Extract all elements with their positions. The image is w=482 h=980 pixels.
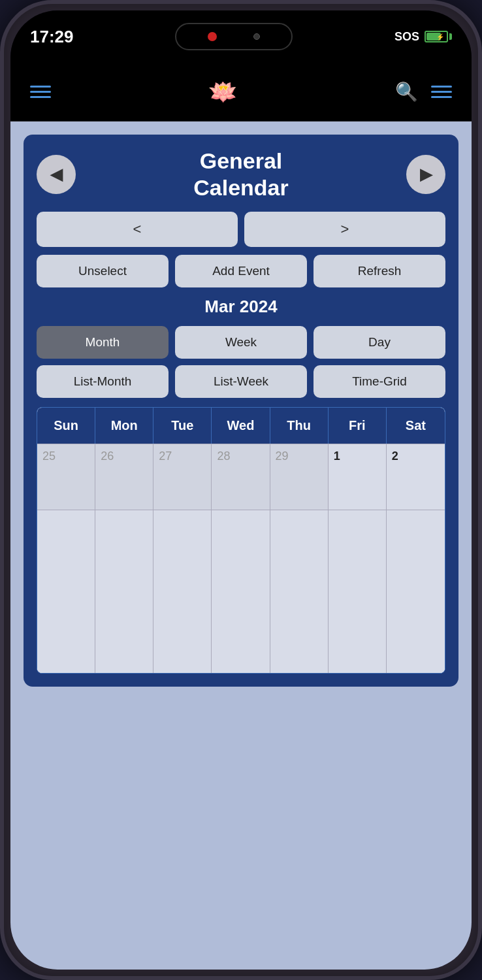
status-time: 17:29 (30, 27, 74, 47)
day-cell-w2-wed[interactable] (212, 510, 270, 673)
day-number-27: 27 (159, 449, 172, 463)
next-nav-button[interactable]: > (244, 212, 445, 247)
refresh-button[interactable]: Refresh (313, 255, 445, 287)
view-row-2: List-Month List-Week Time-Grid (37, 365, 445, 398)
lightning-icon: ⚡ (436, 33, 444, 41)
day-cell-29[interactable]: 29 (270, 444, 329, 510)
hamburger-line-2 (30, 91, 51, 93)
view-row-1: Month Week Day (37, 326, 445, 359)
action-row: Unselect Add Event Refresh (37, 255, 445, 287)
sos-label: SOS (394, 30, 419, 44)
day-number-29: 29 (276, 449, 289, 463)
status-bar: 17:29 SOS ⚡ (10, 10, 472, 63)
day-number-2: 2 (392, 449, 398, 463)
unselect-button[interactable]: Unselect (37, 255, 169, 287)
day-cell-w2-fri[interactable] (329, 510, 387, 673)
menu-line-1 (431, 86, 452, 88)
nav-right: 🔍 (395, 81, 452, 103)
hamburger-line-1 (30, 86, 51, 88)
day-cell-w2-sat[interactable] (387, 510, 445, 673)
next-arrow-button[interactable]: ▶ (406, 155, 445, 194)
day-headers-row: Sun Mon Tue Wed Thu Fri Sat (37, 408, 445, 444)
view-time-grid-button[interactable]: Time-Grid (313, 365, 445, 398)
battery-icon: ⚡ (425, 31, 452, 42)
day-cell-w2-thu[interactable] (270, 510, 329, 673)
view-list-month-button[interactable]: List-Month (37, 365, 169, 398)
view-day-button[interactable]: Day (313, 326, 445, 359)
day-cell-25[interactable]: 25 (37, 444, 95, 510)
day-cell-28[interactable]: 28 (212, 444, 270, 510)
record-dot (208, 32, 217, 41)
day-header-sun: Sun (37, 408, 95, 444)
lotus-icon: 🪷 (208, 78, 238, 106)
camera-dot (253, 33, 260, 40)
day-cell-w2-mon[interactable] (95, 510, 153, 673)
calendar-title-line1: General (200, 148, 283, 173)
day-number-1: 1 (334, 449, 340, 463)
add-event-button[interactable]: Add Event (175, 255, 307, 287)
day-cell-26[interactable]: 26 (95, 444, 153, 510)
day-cell-w2-sun[interactable] (37, 510, 95, 673)
day-cell-2[interactable]: 2 (387, 444, 445, 510)
main-content: ◀ General Calendar ▶ < > Unselect Add Ev… (10, 122, 472, 970)
prev-nav-button[interactable]: < (37, 212, 238, 247)
phone-inner: 17:29 SOS ⚡ (10, 10, 472, 970)
battery-body: ⚡ (425, 31, 448, 42)
nav-row: < > (37, 212, 445, 247)
day-header-tue: Tue (153, 408, 212, 444)
menu-line-2 (431, 91, 452, 93)
calendar-grid: Sun Mon Tue Wed Thu Fri Sat 25 (37, 407, 445, 674)
day-number-26: 26 (101, 449, 114, 463)
dynamic-island (175, 23, 293, 50)
day-header-thu: Thu (270, 408, 329, 444)
day-header-wed: Wed (212, 408, 270, 444)
day-cell-27[interactable]: 27 (153, 444, 212, 510)
logo-area: 🪷 (208, 78, 238, 106)
hamburger-menu-icon[interactable] (30, 86, 51, 98)
day-number-28: 28 (217, 449, 230, 463)
battery-tip (449, 33, 452, 40)
calendar-title: General Calendar (76, 148, 406, 201)
week-row-1: 25 26 27 28 29 (37, 444, 445, 510)
calendar-header: ◀ General Calendar ▶ (37, 148, 445, 201)
day-header-mon: Mon (95, 408, 153, 444)
status-right: SOS ⚡ (394, 30, 452, 44)
view-month-button[interactable]: Month (37, 326, 169, 359)
day-header-sat: Sat (387, 408, 445, 444)
day-cell-1[interactable]: 1 (329, 444, 387, 510)
prev-arrow-button[interactable]: ◀ (37, 155, 76, 194)
view-list-week-button[interactable]: List-Week (175, 365, 307, 398)
calendar-title-line2: Calendar (193, 175, 289, 200)
view-week-button[interactable]: Week (175, 326, 307, 359)
day-number-25: 25 (42, 449, 56, 463)
menu-line-3 (431, 96, 452, 98)
week-row-2 (37, 510, 445, 673)
day-header-fri: Fri (329, 408, 387, 444)
nav-bar: 🪷 🔍 (10, 63, 472, 122)
phone-frame: 17:29 SOS ⚡ (0, 0, 482, 980)
month-label: Mar 2024 (37, 297, 445, 317)
day-cell-w2-tue[interactable] (153, 510, 212, 673)
right-menu-icon[interactable] (431, 86, 452, 98)
calendar-card: ◀ General Calendar ▶ < > Unselect Add Ev… (24, 135, 458, 687)
search-icon[interactable]: 🔍 (395, 81, 418, 103)
hamburger-line-3 (30, 96, 51, 98)
